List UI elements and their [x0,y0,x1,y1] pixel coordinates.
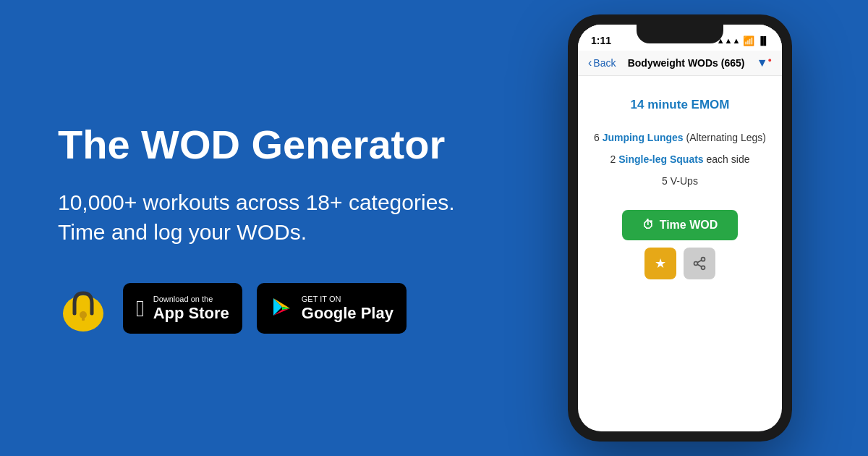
app-title: The WOD Generator [58,122,506,167]
exercise-name-3: V-Ups [671,175,698,187]
workout-type-prefix: 14 minute [631,98,692,111]
workout-type-name: EMOM [692,98,730,111]
exercise-list: 6 Jumping Lunges (Alternating Legs) 2 Si… [592,131,767,188]
google-play-text: GET IT ON Google Play [302,295,393,324]
action-buttons: ⏱ Time WOD ★ [592,210,767,279]
page-container: The WOD Generator 10,000+ workouts acros… [0,0,868,456]
time-wod-button[interactable]: ⏱ Time WOD [622,210,739,240]
phone-mockup: 1:11 ▲▲▲ 📶 ▐▌ ‹ Back Bodyweight WODs (66… [568,14,792,442]
tagline: 10,000+ workouts across 18+ categories. … [58,188,506,247]
nav-bar: ‹ Back Bodyweight WODs (665) ▼● [578,51,782,76]
status-time: 1:11 [591,35,611,46]
workout-type: 14 minute EMOM [631,98,730,112]
exercise-suffix-2: each side [704,153,750,165]
app-store-text: Download on the App Store [153,295,229,324]
secondary-buttons: ★ [644,248,715,279]
exercise-count-1: 6 [594,132,603,143]
exercise-name-2: Single-leg Squats [618,153,703,165]
google-play-badge[interactable]: GET IT ON Google Play [257,283,407,334]
google-play-large-text: Google Play [302,304,393,323]
left-panel: The WOD Generator 10,000+ workouts acros… [58,122,535,334]
exercise-item-1: 6 Jumping Lunges (Alternating Legs) [592,131,767,145]
svg-line-11 [697,264,702,266]
svg-rect-2 [82,315,85,321]
phone-notch [637,25,723,43]
nav-back-button[interactable]: ‹ Back [588,56,616,69]
google-play-icon [270,297,293,320]
phone-wrapper: 1:11 ▲▲▲ 📶 ▐▌ ‹ Back Bodyweight WODs (66… [535,0,825,456]
app-store-badge[interactable]:  Download on the App Store [123,283,242,334]
status-icons: ▲▲▲ 📶 ▐▌ [717,35,769,46]
phone-screen: 1:11 ▲▲▲ 📶 ▐▌ ‹ Back Bodyweight WODs (66… [578,25,782,431]
apple-icon:  [136,295,145,322]
wifi-icon: 📶 [743,35,754,46]
back-chevron-icon: ‹ [588,56,592,69]
exercise-item-2: 2 Single-leg Squats each side [592,153,767,167]
exercise-count-2: 2 [610,153,619,165]
cta-row:  Download on the App Store GET IT ON [58,283,506,334]
nav-title: Bodyweight WODs (665) [616,57,756,69]
google-play-small-text: GET IT ON [302,295,393,304]
favorite-button[interactable]: ★ [644,248,676,279]
app-store-large-text: App Store [153,304,229,323]
exercise-item-3: 5 V-Ups [592,174,767,189]
app-icon [58,283,109,334]
share-button[interactable] [684,248,715,279]
nav-back-label: Back [593,57,616,69]
filter-icon[interactable]: ▼● [757,56,772,69]
battery-icon: ▐▌ [757,36,769,45]
app-store-small-text: Download on the [153,295,229,304]
workout-content: 14 minute EMOM 6 Jumping Lunges (Alterna… [578,76,782,431]
timer-icon: ⏱ [642,219,654,232]
exercise-suffix-1: (Alternating Legs) [684,132,766,143]
exercise-name-1: Jumping Lunges [603,132,684,143]
exercise-count-3: 5 [662,175,671,187]
svg-line-12 [697,261,702,263]
